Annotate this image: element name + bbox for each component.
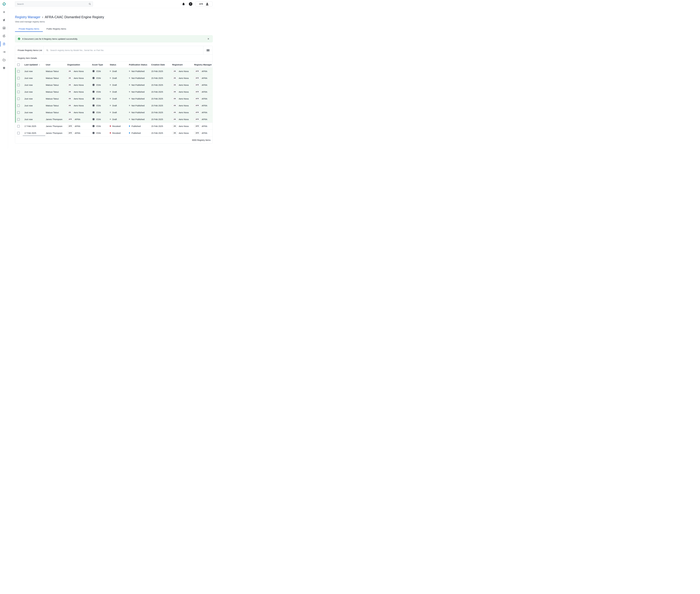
cell-registrant: ANAero Nova xyxy=(170,123,192,130)
cell-registrant: ANAero Nova xyxy=(170,89,192,95)
status-dot xyxy=(110,105,111,106)
cell-registry-manager: AFRAFRA xyxy=(192,102,213,109)
table-row[interactable]: Just now Matsuo Tatsui ANAero Nova ESN D… xyxy=(15,102,213,109)
registry-table: Last Updated↓ User Organization Asset Ty… xyxy=(15,62,213,136)
tab-private-registry-items[interactable]: Private Registry Items xyxy=(15,26,43,32)
cell-creation-date: 15 Feb 2025 xyxy=(149,116,170,123)
cell-last-updated: Just now xyxy=(22,102,43,109)
bar-chart-icon xyxy=(2,27,6,30)
table-row[interactable]: Just now Matsuo Tatsui ANAero Nova ESN D… xyxy=(15,81,213,89)
breadcrumb-registry-manager[interactable]: Registry Manager xyxy=(15,15,40,19)
cell-asset-type: ESN xyxy=(90,75,107,81)
cell-user: Matsuo Tatsui xyxy=(43,68,65,75)
table-header-row: Last Updated↓ User Organization Asset Ty… xyxy=(15,62,213,68)
cell-publication-status: Not Published xyxy=(127,75,149,81)
cell-publication-status: Not Published xyxy=(127,68,149,75)
row-checkbox[interactable] xyxy=(17,118,20,121)
registry-table-body: Just now Matsuo Tatsui ANAero Nova ESN D… xyxy=(15,68,213,136)
scrollbar-thumb[interactable] xyxy=(23,135,45,136)
alert-close-button[interactable]: ✕ xyxy=(207,37,210,41)
manager-badge: AFR xyxy=(194,84,200,86)
cell-registrant: ANAero Nova xyxy=(170,116,192,123)
engine-icon xyxy=(92,97,95,100)
alert-message: 8 Document Lists for 8 Registry Items up… xyxy=(22,38,78,40)
cell-registry-manager: AFRAFRA xyxy=(192,95,213,102)
column-header-registry-manager[interactable]: Registry Manager xyxy=(192,62,213,68)
sidebar-item-settings[interactable] xyxy=(0,64,8,72)
engine-icon xyxy=(92,118,95,121)
cell-asset-type: ESN xyxy=(90,109,107,116)
cell-last-updated: Just now xyxy=(22,109,43,116)
column-header-status[interactable]: Status xyxy=(107,62,127,68)
cell-asset-type: ESN xyxy=(90,89,107,95)
sidebar-item-registry[interactable] xyxy=(0,40,8,48)
row-checkbox[interactable] xyxy=(17,98,20,100)
row-checkbox[interactable] xyxy=(17,91,20,93)
org-badge: AFR xyxy=(67,118,73,121)
registry-panel: Private Registry Items List Registry Ite… xyxy=(15,46,213,143)
row-checkbox[interactable] xyxy=(17,84,20,86)
help-button[interactable]: ? xyxy=(188,0,193,8)
horizontal-scrollbar[interactable] xyxy=(23,135,45,136)
table-row[interactable]: Just now James Thompson AFRAFRA ESN Draf… xyxy=(15,116,213,123)
manager-badge: AFR xyxy=(194,77,200,79)
cell-status: Draft xyxy=(107,81,127,89)
org-badge: AN xyxy=(67,77,72,79)
row-checkbox[interactable] xyxy=(17,125,20,128)
cell-status: Draft xyxy=(107,95,127,102)
table-row[interactable]: Just now Matsuo Tatsui ANAero Nova ESN D… xyxy=(15,95,213,102)
status-dot xyxy=(110,91,111,92)
manager-badge: AFR xyxy=(194,90,200,93)
table-row[interactable]: 17 Feb 2025 James Thompson AFRAFRA ESN R… xyxy=(15,123,213,130)
registry-search[interactable] xyxy=(44,46,203,55)
select-all-checkbox[interactable] xyxy=(17,63,20,66)
sidebar xyxy=(0,8,8,148)
table-row[interactable]: Just now Matsuo Tatsui ANAero Nova ESN D… xyxy=(15,75,213,81)
cell-user: Matsuo Tatsui xyxy=(43,75,65,81)
notifications-button[interactable] xyxy=(181,0,186,8)
column-header-last-updated[interactable]: Last Updated↓ xyxy=(22,62,43,68)
column-header-organization[interactable]: Organization xyxy=(65,62,90,68)
cell-registrant: ANAero Nova xyxy=(170,130,192,136)
row-checkbox[interactable] xyxy=(17,132,20,134)
table-row[interactable]: Just now Matsuo Tatsui ANAero Nova ESN D… xyxy=(15,109,213,116)
cell-organization: ANAero Nova xyxy=(65,68,90,75)
publication-status-dot xyxy=(129,105,130,106)
tabs: Private Registry Items Public Registry I… xyxy=(15,26,213,32)
cell-organization: ANAero Nova xyxy=(65,81,90,89)
publication-status-dot xyxy=(129,126,130,127)
row-checkbox-cell xyxy=(15,68,22,75)
account-menu[interactable]: AFR xyxy=(196,1,212,7)
global-search[interactable] xyxy=(15,1,93,7)
sidebar-item-tracking[interactable] xyxy=(0,32,8,40)
row-checkbox[interactable] xyxy=(17,77,20,79)
sidebar-item-analytics[interactable] xyxy=(0,24,8,32)
registrant-badge: AN xyxy=(172,84,177,86)
table-row[interactable]: Just now Matsuo Tatsui ANAero Nova ESN D… xyxy=(15,68,213,75)
column-header-registrant[interactable]: Registrant xyxy=(170,62,192,68)
sidebar-item-aircraft[interactable] xyxy=(0,16,8,24)
sidebar-item-files[interactable] xyxy=(0,56,8,64)
app-logo xyxy=(2,2,6,6)
panel-footer: 3000 Registry Items xyxy=(15,136,212,143)
registry-search-input[interactable] xyxy=(50,49,203,52)
tab-public-registry-items[interactable]: Public Registry Items xyxy=(43,26,70,32)
column-header-creation-date[interactable]: Creation Date xyxy=(149,62,170,68)
registrant-badge: AN xyxy=(172,111,177,114)
column-header-publication-status[interactable]: Publication Status xyxy=(127,62,149,68)
global-search-input[interactable] xyxy=(17,3,89,5)
sidebar-item-add[interactable] xyxy=(0,8,8,16)
cell-last-updated: Just now xyxy=(22,116,43,123)
table-row[interactable]: Just now Matsuo Tatsui ANAero Nova ESN D… xyxy=(15,89,213,95)
sidebar-item-transfers[interactable] xyxy=(0,48,8,56)
row-checkbox[interactable] xyxy=(17,111,20,114)
registrant-badge: AN xyxy=(172,125,177,128)
column-settings-button[interactable] xyxy=(203,46,212,55)
org-badge: AN xyxy=(67,90,72,93)
column-header-asset-type[interactable]: Asset Type xyxy=(90,62,107,68)
avatar-icon xyxy=(205,2,209,6)
row-checkbox[interactable] xyxy=(17,70,20,73)
cell-user: Matsuo Tatsui xyxy=(43,81,65,89)
row-checkbox[interactable] xyxy=(17,104,20,107)
column-header-user[interactable]: User xyxy=(43,62,65,68)
